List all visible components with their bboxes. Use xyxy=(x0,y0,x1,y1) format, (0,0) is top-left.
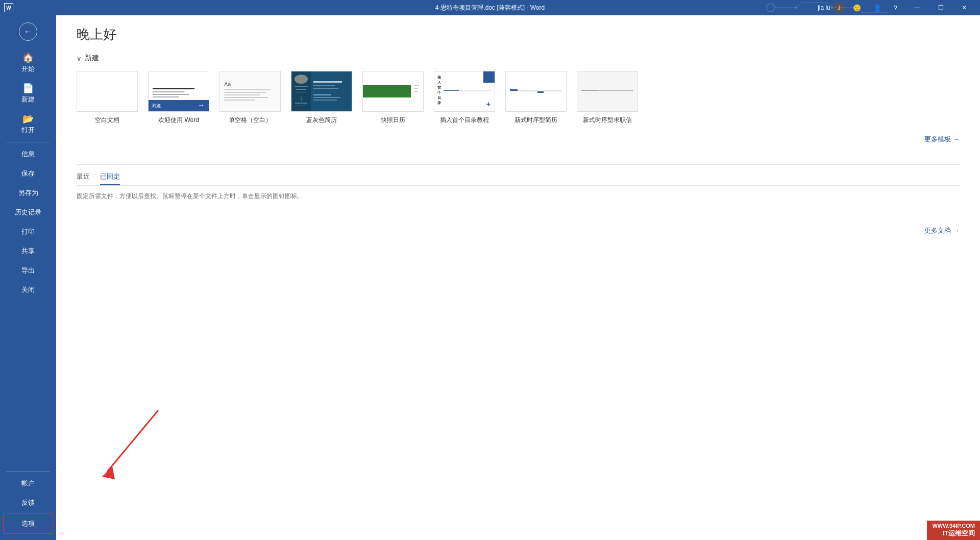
svg-marker-12 xyxy=(102,467,115,479)
svg-line-2 xyxy=(796,3,801,8)
sidebar-share-label: 共享 xyxy=(21,247,35,256)
template-quick[interactable]: 快照日历 xyxy=(362,71,424,125)
open-icon: 📂 xyxy=(22,114,34,124)
restore-button[interactable]: ❐ xyxy=(929,0,952,15)
word-icon: W xyxy=(4,3,13,12)
app-logo: W xyxy=(4,3,13,12)
sidebar-item-export[interactable]: 导出 xyxy=(0,261,56,280)
template-thumb-single: Aa xyxy=(219,71,281,112)
sidebar-open-label: 打开 xyxy=(21,126,35,135)
welcome-arrow: → xyxy=(198,101,205,109)
greeting-text: 晚上好 xyxy=(77,26,960,43)
template-label-cover: 新式时序型求职信 xyxy=(583,116,632,125)
more-templates-label: 更多模板 → xyxy=(924,135,960,144)
sidebar-item-history[interactable]: 历史记录 xyxy=(0,203,56,222)
template-thumb-toc: 插入首个目录 + xyxy=(434,71,495,112)
sidebar-info-label: 信息 xyxy=(21,150,35,159)
sidebar-feedback-label: 反馈 xyxy=(21,498,35,507)
template-label-blue-resume: 蓝灰色简历 xyxy=(306,116,337,125)
home-icon: 🏠 xyxy=(22,53,34,62)
arrow-annotation xyxy=(87,405,168,489)
svg-point-8 xyxy=(795,7,797,9)
template-label-blank: 空白文档 xyxy=(95,116,119,125)
single-aa-text: Aa xyxy=(224,81,231,87)
watermark-line2: IT运维空间 xyxy=(942,529,975,538)
pinned-hint-text: 固定所需文件，方便以后查找。鼠标暂停在某个文件上方时，单击显示的图钉图标。 xyxy=(77,192,960,201)
circuit-decoration xyxy=(745,0,909,15)
sidebar-new-label: 新建 xyxy=(21,95,35,104)
document-tabs: 最近 已固定 xyxy=(77,172,960,186)
close-button[interactable]: ✕ xyxy=(952,0,976,15)
sidebar-history-label: 历史记录 xyxy=(15,208,41,217)
sidebar-item-print[interactable]: 打印 xyxy=(0,222,56,241)
sidebar-saveas-label: 另存为 xyxy=(18,188,38,198)
watermark-line1: WWW.94IP.COM xyxy=(932,523,975,529)
template-thumb-blank xyxy=(77,71,138,112)
template-label-single: 单空格（空白） xyxy=(229,116,272,125)
more-docs-link[interactable]: 更多文档 → xyxy=(924,226,960,235)
template-modern[interactable]: 新式时序型简历 xyxy=(505,71,567,125)
svg-line-11 xyxy=(107,410,158,472)
sidebar-item-options[interactable]: 选项 xyxy=(3,513,53,534)
sidebar-item-open[interactable]: 📂 打开 xyxy=(0,109,56,140)
app-container: ← 🏠 开始 📄 新建 📂 打开 信息 保存 另存为 历史记录 打印 xyxy=(0,15,980,540)
sidebar-item-share[interactable]: 共享 xyxy=(0,241,56,261)
template-thumb-blue-resume xyxy=(291,71,352,112)
section-toggle[interactable]: ∨ xyxy=(77,55,82,62)
tab-recent[interactable]: 最近 xyxy=(77,172,90,185)
sidebar-account-label: 帐户 xyxy=(21,479,35,488)
title-bar: W 4-思特奇项目管理.doc [兼容模式] - Word jia lu J 🙂… xyxy=(0,0,980,15)
template-blue-resume[interactable]: 蓝灰色简历 xyxy=(291,71,352,125)
sidebar-item-home[interactable]: 🏠 开始 xyxy=(0,48,56,79)
sidebar-item-new[interactable]: 📄 新建 xyxy=(0,79,56,109)
minimize-button[interactable]: — xyxy=(905,0,929,15)
template-label-welcome: 欢迎使用 Word xyxy=(158,116,199,125)
sidebar-save-label: 保存 xyxy=(21,169,35,178)
section-title: 新建 xyxy=(85,54,99,63)
template-single[interactable]: Aa 单空格（空白） xyxy=(219,71,281,125)
watermark: WWW.94IP.COM IT运维空间 xyxy=(927,521,980,540)
sidebar-item-close[interactable]: 关闭 xyxy=(0,280,56,300)
more-templates-link[interactable]: 更多模板 → xyxy=(924,135,960,144)
sidebar-bottom: 帐户 反馈 选项 xyxy=(0,469,56,540)
back-icon: ← xyxy=(24,27,32,36)
template-thumb-quick xyxy=(362,71,424,112)
svg-line-6 xyxy=(857,8,863,13)
template-welcome[interactable]: 浏览 → 欢迎使用 Word xyxy=(148,71,209,125)
template-thumb-welcome: 浏览 → xyxy=(148,71,209,112)
sidebar-divider-2 xyxy=(6,471,50,472)
back-button[interactable]: ← xyxy=(19,22,37,41)
document-title: 4-思特奇项目管理.doc [兼容模式] - Word xyxy=(435,4,545,12)
sidebar-home-label: 开始 xyxy=(21,64,35,73)
template-thumb-modern xyxy=(505,71,567,112)
tab-pinned[interactable]: 已固定 xyxy=(100,172,120,185)
sidebar-item-save[interactable]: 保存 xyxy=(0,164,56,183)
template-label-modern: 新式时序型简历 xyxy=(514,116,557,125)
main-content: 晚上好 ∨ 新建 空白文档 xyxy=(56,15,980,540)
svg-line-4 xyxy=(827,3,832,8)
svg-point-10 xyxy=(856,7,859,9)
sidebar-divider-1 xyxy=(6,142,50,142)
template-thumb-cover xyxy=(577,71,638,112)
sidebar-options-label: 选项 xyxy=(21,519,35,528)
sidebar: ← 🏠 开始 📄 新建 📂 打开 信息 保存 另存为 历史记录 打印 xyxy=(0,15,56,540)
template-label-toc: 插入首个目录教程 xyxy=(440,116,489,125)
sidebar-item-saveas[interactable]: 另存为 xyxy=(0,183,56,203)
template-grid: 空白文档 浏览 → 欢迎使用 Word xyxy=(77,71,960,130)
svg-point-9 xyxy=(831,7,833,9)
template-blank[interactable]: 空白文档 xyxy=(77,71,138,125)
more-docs-label: 更多文档 → xyxy=(924,226,960,235)
sidebar-item-feedback[interactable]: 反馈 xyxy=(0,493,56,512)
sidebar-print-label: 打印 xyxy=(21,227,35,236)
sidebar-export-label: 导出 xyxy=(21,266,35,275)
sidebar-item-info[interactable]: 信息 xyxy=(0,144,56,164)
sidebar-close-label: 关闭 xyxy=(21,285,35,294)
new-icon: 📄 xyxy=(22,84,34,93)
svg-point-0 xyxy=(767,4,775,12)
template-toc[interactable]: 插入首个目录 + 插入首个目录教程 xyxy=(434,71,495,125)
window-controls: — ❐ ✕ xyxy=(905,0,976,15)
template-label-quick: 快照日历 xyxy=(381,116,405,125)
sidebar-item-account[interactable]: 帐户 xyxy=(0,474,56,493)
template-cover[interactable]: 新式时序型求职信 xyxy=(577,71,638,125)
new-section-header: ∨ 新建 xyxy=(77,54,960,63)
